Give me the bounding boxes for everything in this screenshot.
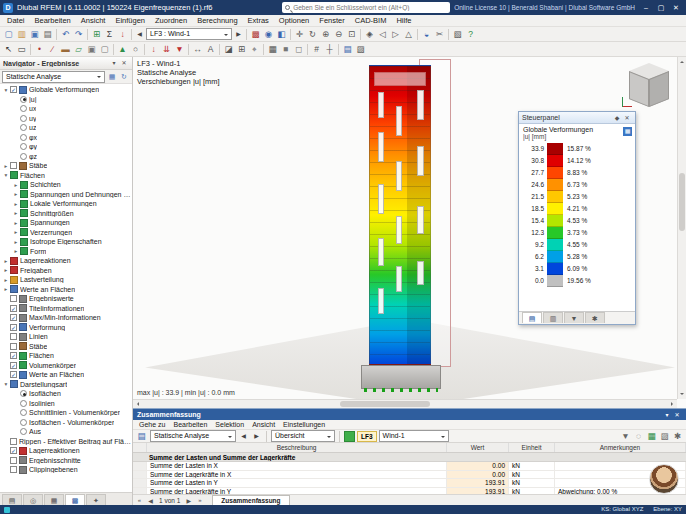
tree-item-freigaben[interactable]: ▸Freigaben	[0, 266, 132, 276]
tree-item-lagerreaktionen[interactable]: ▸Lagerreaktionen	[0, 256, 132, 266]
navigator-close-icon[interactable]: ✕	[119, 58, 129, 68]
control-panel-titlebar[interactable]: Steuerpanel ◆✕	[519, 112, 635, 124]
tree-item-y[interactable]: φy	[0, 142, 132, 152]
tree-item-spannungen-und-dehnungen-nach-schichtmdl[interactable]: ▸Spannungen und Dehnungen nach SchichtMd…	[0, 190, 132, 200]
new-model-icon[interactable]: ▢	[2, 28, 15, 41]
tree-item-schnittlinien-volumenkörper[interactable]: Schnittlinien - Volumenkörper	[0, 408, 132, 418]
expander-icon[interactable]: ▸	[2, 258, 10, 264]
viewport-3d[interactable]: LF3 - Wind-1Statische AnalyseVerschiebun…	[133, 57, 686, 408]
scale-settings-icon[interactable]: ▦	[623, 127, 632, 136]
expander-icon[interactable]: ▸	[12, 201, 20, 207]
scroll-right-icon[interactable]	[671, 402, 675, 406]
radio-button[interactable]	[20, 124, 27, 131]
line-load-icon[interactable]: ⇊	[160, 43, 173, 56]
tree-item-spannungen[interactable]: ▸Spannungen	[0, 218, 132, 228]
numbering-icon[interactable]: #	[310, 43, 323, 56]
isometric-view-icon[interactable]: ◈	[363, 28, 376, 41]
load-arrow-icon[interactable]: ↓	[116, 28, 129, 41]
surface-icon[interactable]: ▱	[72, 43, 85, 56]
row-handle[interactable]	[133, 479, 147, 487]
table-search-icon[interactable]: ◌	[632, 430, 645, 443]
tree-item-titelinformationen[interactable]: ✓Titelinformationen	[0, 304, 132, 314]
navigator-pin-icon[interactable]: ▾	[109, 58, 119, 68]
checkbox[interactable]: ✓	[10, 362, 17, 369]
close-button[interactable]: ✕	[669, 2, 683, 13]
search-box[interactable]	[282, 2, 450, 13]
checkbox[interactable]	[10, 343, 17, 350]
tree-item-isoflächen[interactable]: Isoflächen	[0, 389, 132, 399]
radio-button[interactable]	[20, 134, 27, 141]
select-cursor-icon[interactable]: ↖	[2, 43, 15, 56]
dimension-icon[interactable]: ↔	[191, 43, 204, 56]
result-values-icon[interactable]: ◉	[262, 28, 275, 41]
radio-button[interactable]	[20, 96, 27, 103]
first-page-icon[interactable]: «	[135, 497, 144, 503]
menu-item-zuordnen[interactable]: Zuordnen	[150, 15, 192, 27]
tree-item-rippen-effektiver-beitrag-auf-fläche-stab[interactable]: Rippen - Effektiver Beitrag auf Fläche/S…	[0, 437, 132, 447]
tree-item-clippingebenen[interactable]: Clippingebenen	[0, 465, 132, 475]
view-z-icon[interactable]: △	[402, 28, 415, 41]
tree-item-isolinien[interactable]: Isolinien	[0, 399, 132, 409]
table-filter-icon[interactable]: ▼	[619, 430, 632, 443]
summary-dock-icon[interactable]: ▾	[662, 410, 672, 420]
tree-item-isoflächen-volumenkörper[interactable]: Isoflächen - Volumenkörper	[0, 418, 132, 428]
viewport-horizontal-scrollbar[interactable]	[133, 399, 677, 408]
checkbox[interactable]	[10, 333, 17, 340]
redo-icon[interactable]: ↷	[72, 28, 85, 41]
table-row[interactable]: Summe der Lasten in Y193.91kN	[133, 479, 686, 488]
line-icon[interactable]: ∕	[46, 43, 59, 56]
clipping-icon[interactable]: ✂	[433, 28, 446, 41]
show-results-icon[interactable]: ▩	[249, 28, 262, 41]
text-annotation-icon[interactable]: A	[204, 43, 217, 56]
radio-button[interactable]	[20, 143, 27, 150]
tree-item-schichten[interactable]: ▸Schichten	[0, 180, 132, 190]
analysis-settings-icon[interactable]: ▦	[106, 71, 118, 83]
tree-item-verformung[interactable]: ✓Verformung	[0, 323, 132, 333]
tree-item-ux[interactable]: ux	[0, 104, 132, 114]
save-icon[interactable]: ▣	[28, 28, 41, 41]
loadcase-short-badge[interactable]: LF3	[357, 431, 377, 442]
navigator-tab-ansichten-icon[interactable]: ▦	[44, 494, 64, 505]
tree-item-max-min-informationen[interactable]: ✓Max/Min-Informationen	[0, 313, 132, 323]
tree-item-werte-an-flächen[interactable]: ✓Werte an Flächen	[0, 370, 132, 380]
horizontal-scroll-thumb[interactable]	[340, 401, 430, 407]
checkbox[interactable]: ✓	[10, 352, 17, 359]
table-export-excel-icon[interactable]: ▦	[645, 430, 658, 443]
previous-loadcase-button[interactable]: ◀	[134, 28, 145, 40]
tree-item-linien[interactable]: Linien	[0, 332, 132, 342]
panel-tab-farbskala-icon[interactable]: ▤	[522, 312, 542, 323]
expander-icon[interactable]: ▸	[2, 286, 10, 292]
print-icon[interactable]: ▤	[41, 28, 54, 41]
menu-item-ansicht[interactable]: Ansicht	[76, 15, 111, 27]
maximize-button[interactable]: ▢	[654, 2, 668, 13]
radio-button[interactable]	[20, 409, 27, 416]
tree-item-u[interactable]: |u|	[0, 95, 132, 105]
checkbox[interactable]: ✓	[10, 371, 17, 378]
table-settings-icon[interactable]: ✱	[671, 430, 684, 443]
navigator-tab-anzeige-icon[interactable]: ✦	[86, 494, 106, 505]
checkbox[interactable]: ✓	[10, 314, 17, 321]
tree-item-x[interactable]: φx	[0, 133, 132, 143]
support-icon[interactable]: ▲	[116, 43, 129, 56]
prev-page-icon[interactable]: ◀	[146, 497, 155, 504]
section-plane-icon[interactable]: ◪	[222, 43, 235, 56]
expander-icon[interactable]: ▸	[2, 267, 10, 273]
checkbox[interactable]: ✓	[10, 305, 17, 312]
scroll-down-icon[interactable]	[680, 393, 684, 397]
report-icon[interactable]: ▨	[354, 43, 367, 56]
calculate-all-icon[interactable]: ⊞	[90, 28, 103, 41]
menu-item-fenster[interactable]: Fenster	[314, 15, 349, 27]
checkbox[interactable]: ✓	[10, 86, 17, 93]
menu-item-gehe-zu[interactable]: Gehe zu	[135, 420, 169, 430]
tree-item-lokale-verformungen[interactable]: ▸Lokale Verformungen	[0, 199, 132, 209]
tree-item-globale-verformungen[interactable]: ▾✓Globale Verformungen	[0, 85, 132, 95]
select-box-icon[interactable]: ▭	[15, 43, 28, 56]
visibility-icon[interactable]: ◒	[420, 28, 433, 41]
tree-item-uy[interactable]: uy	[0, 114, 132, 124]
radio-button[interactable]	[20, 400, 27, 407]
control-panel-icon[interactable]: ◧	[275, 28, 288, 41]
navigator-tab-zeigen-icon[interactable]: ◎	[23, 494, 43, 505]
menu-item-ebene-xy[interactable]: Ebene: XY	[653, 505, 682, 514]
table-grid-icon[interactable]: ▤	[135, 430, 148, 443]
scroll-left-icon[interactable]	[135, 402, 139, 406]
